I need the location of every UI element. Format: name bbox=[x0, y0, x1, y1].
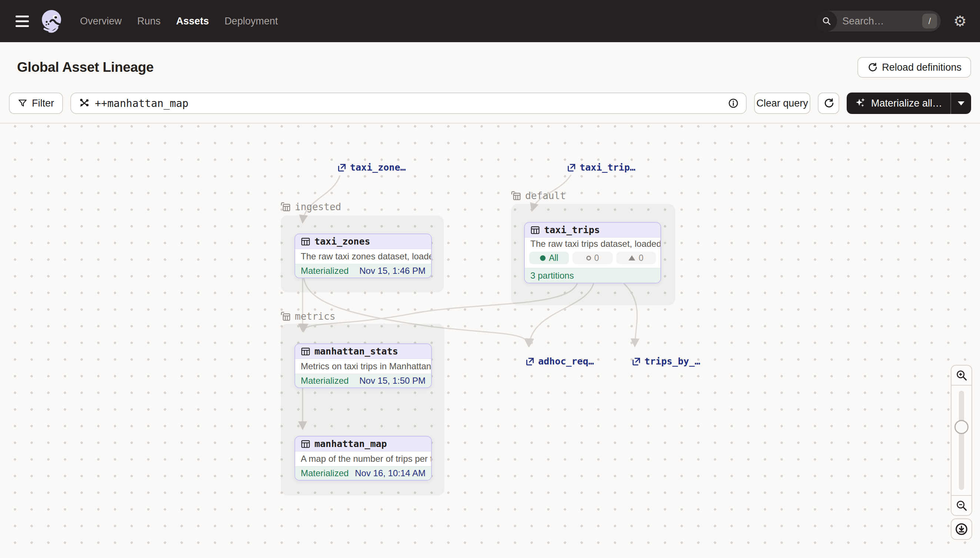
lineage-edges bbox=[0, 123, 980, 558]
asset-title: manhattan_map bbox=[315, 438, 387, 449]
zoom-controls bbox=[951, 365, 972, 516]
zoom-slider-track[interactable] bbox=[959, 391, 964, 490]
lineage-canvas[interactable]: ingested default metrics taxi_zone… taxi… bbox=[0, 123, 980, 558]
sparkles-icon bbox=[855, 97, 867, 109]
materialization-timestamp: Nov 15, 1:46 PM bbox=[359, 266, 425, 276]
external-asset-adhoc-req[interactable]: adhoc_req… bbox=[525, 356, 594, 367]
download-view-button[interactable] bbox=[951, 519, 972, 540]
lineage-toolbar: Filter ++manhattan_map Clear query Mater… bbox=[0, 92, 980, 123]
search-icon bbox=[816, 11, 837, 31]
asset-title: taxi_trips bbox=[544, 225, 600, 235]
external-link-icon bbox=[631, 357, 641, 366]
table-icon bbox=[530, 225, 540, 235]
refresh-button[interactable] bbox=[818, 92, 839, 114]
info-icon[interactable] bbox=[728, 98, 738, 108]
filter-funnel-icon bbox=[18, 98, 27, 108]
filter-button[interactable]: Filter bbox=[9, 92, 63, 114]
group-label-default[interactable]: default bbox=[511, 190, 566, 201]
asset-node-taxi-trips[interactable]: taxi_trips The raw taxi trips dataset, l… bbox=[524, 222, 661, 284]
partitions-count: 3 partitions bbox=[530, 271, 574, 281]
external-asset-taxi-trip[interactable]: taxi_trip… bbox=[567, 162, 636, 173]
external-asset-taxi-zone[interactable]: taxi_zone… bbox=[337, 162, 406, 173]
materialize-all-button[interactable]: Materialize all… bbox=[847, 92, 971, 114]
asset-node-taxi-zones[interactable]: taxi_zones The raw taxi zones dataset, l… bbox=[295, 233, 432, 278]
external-asset-trips-by[interactable]: trips_by_… bbox=[631, 356, 700, 367]
nav-item-deployment[interactable]: Deployment bbox=[224, 16, 278, 27]
asset-description: Metrics on taxi trips in Manhattan bbox=[295, 359, 431, 374]
settings-gear-icon[interactable]: ⚙ bbox=[953, 14, 967, 28]
download-icon bbox=[955, 522, 968, 536]
dagster-logo-icon[interactable] bbox=[39, 8, 65, 34]
page-title: Global Asset Lineage bbox=[17, 59, 154, 75]
group-label-ingested[interactable]: ingested bbox=[280, 201, 341, 212]
materialization-timestamp: Nov 16, 10:14 AM bbox=[355, 468, 425, 478]
search-shortcut-badge: / bbox=[922, 14, 937, 28]
page-header: Global Asset Lineage Reload definitions bbox=[0, 42, 980, 92]
external-link-icon bbox=[525, 357, 535, 366]
triangle-icon bbox=[629, 255, 635, 261]
chevron-down-icon bbox=[958, 102, 964, 105]
zoom-out-button[interactable] bbox=[952, 495, 972, 515]
table-icon bbox=[301, 439, 310, 449]
status-badge: Materialized bbox=[301, 376, 349, 386]
partition-health-pills: All 0 0 bbox=[525, 250, 660, 268]
materialize-all-main[interactable]: Materialize all… bbox=[847, 92, 950, 114]
query-value: ++manhattan_map bbox=[95, 97, 723, 110]
materialization-timestamp: Nov 15, 1:50 PM bbox=[359, 376, 425, 386]
asset-graph-icon bbox=[79, 98, 90, 109]
asset-node-manhattan-map[interactable]: manhattan_map A map of the number of tri… bbox=[295, 436, 432, 481]
search-input[interactable]: Search… / bbox=[816, 11, 941, 31]
asset-query-input[interactable]: ++manhattan_map bbox=[70, 92, 747, 114]
group-icon bbox=[280, 311, 291, 322]
reload-icon bbox=[867, 62, 878, 72]
asset-description: A map of the number of trips per taxi z.… bbox=[295, 451, 431, 466]
reload-definitions-button[interactable]: Reload definitions bbox=[857, 57, 971, 78]
filled-dot-icon bbox=[540, 255, 545, 261]
nav-item-overview[interactable]: Overview bbox=[80, 16, 122, 27]
table-icon bbox=[301, 237, 310, 246]
partitions-failed-pill[interactable]: 0 bbox=[573, 252, 612, 264]
group-icon bbox=[511, 190, 522, 201]
zoom-in-icon bbox=[955, 369, 967, 381]
refresh-icon bbox=[823, 98, 834, 109]
status-badge: Materialized bbox=[301, 266, 349, 276]
partitions-missing-pill[interactable]: 0 bbox=[616, 252, 656, 264]
zoom-slider-handle[interactable] bbox=[954, 420, 968, 434]
table-icon bbox=[301, 347, 310, 356]
zoom-in-button[interactable] bbox=[952, 366, 972, 386]
clear-query-button[interactable]: Clear query bbox=[754, 92, 810, 114]
zoom-out-icon bbox=[955, 499, 967, 511]
nav-item-assets[interactable]: Assets bbox=[176, 16, 209, 27]
nav-links: Overview Runs Assets Deployment bbox=[80, 16, 278, 27]
group-label-metrics[interactable]: metrics bbox=[280, 311, 336, 322]
hamburger-menu-icon[interactable] bbox=[16, 14, 30, 28]
group-icon bbox=[280, 201, 291, 212]
search-placeholder: Search… bbox=[842, 16, 922, 27]
external-link-icon bbox=[337, 163, 347, 172]
asset-node-manhattan-stats[interactable]: manhattan_stats Metrics on taxi trips in… bbox=[295, 343, 432, 388]
nav-item-runs[interactable]: Runs bbox=[137, 16, 161, 27]
asset-description: The raw taxi zones dataset, loaded int..… bbox=[295, 249, 431, 264]
zoom-slider[interactable] bbox=[952, 386, 972, 495]
materialize-dropdown-button[interactable] bbox=[951, 92, 971, 114]
partitions-all-pill[interactable]: All bbox=[529, 252, 569, 264]
status-badge: Materialized bbox=[301, 468, 349, 478]
top-nav: Overview Runs Assets Deployment Search… … bbox=[0, 0, 980, 42]
asset-description: The raw taxi trips dataset, loaded into … bbox=[525, 238, 660, 250]
ring-icon bbox=[586, 256, 591, 261]
asset-title: manhattan_stats bbox=[315, 346, 398, 357]
asset-title: taxi_zones bbox=[315, 236, 371, 247]
external-link-icon bbox=[567, 163, 576, 172]
